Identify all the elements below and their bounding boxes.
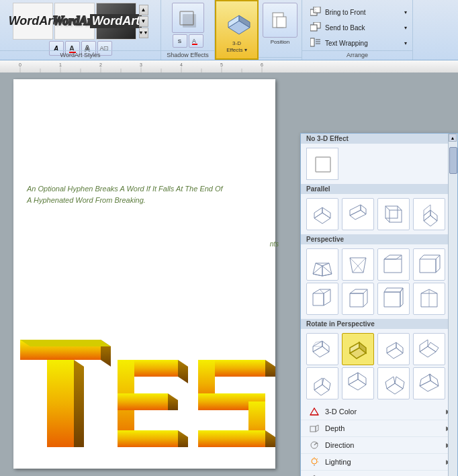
scroll-up-btn[interactable]: ▲ (139, 5, 148, 15)
text-wrapping-label: Text Wrapping (325, 40, 368, 47)
bring-to-front-icon (310, 7, 321, 18)
arrange-section: Bring to Front ▾ Send to Back ▾ (302, 0, 413, 60)
svg-marker-107 (384, 288, 403, 292)
parallel-item-2[interactable] (342, 198, 374, 230)
perspective-item-2[interactable] (342, 248, 374, 281)
svg-marker-101 (350, 293, 363, 307)
rotate-item-6[interactable] (342, 367, 374, 399)
3d-effects-section: 3-DEffects ▾ (215, 0, 259, 60)
svg-rect-4 (183, 14, 196, 28)
ribbon-spacer (413, 0, 458, 60)
parallel-item-1[interactable] (306, 198, 338, 230)
menu-item-direction[interactable]: Direction ▶ (301, 437, 457, 454)
wordart-item-1[interactable]: WordArt (13, 3, 53, 40)
svg-marker-142 (316, 425, 318, 432)
rotate-item-2-selected[interactable] (342, 333, 374, 365)
svg-marker-53 (178, 430, 188, 447)
depth-label: Depth (325, 424, 345, 432)
svg-marker-60 (265, 360, 275, 377)
perspective-item-8[interactable] (413, 283, 445, 315)
perspective-section-header: Perspective (301, 234, 457, 244)
perspective-item-5[interactable] (306, 283, 338, 315)
direction-label: Direction (325, 441, 354, 449)
perspective-item-1[interactable] (306, 248, 338, 281)
svg-line-110 (421, 289, 429, 293)
wordart-scroll: ▲ ▼ ▼▼ (139, 5, 148, 38)
svg-line-98 (313, 289, 320, 293)
bring-to-front-btn[interactable]: Bring to Front ▾ (308, 5, 410, 19)
svg-rect-11 (277, 17, 286, 28)
menu-item-surface[interactable]: Surface ▶ (301, 471, 457, 476)
surface-icon (308, 473, 321, 476)
svg-text:4: 4 (180, 62, 183, 67)
svg-marker-136 (420, 381, 439, 391)
svg-line-87 (353, 266, 358, 273)
send-to-back-btn[interactable]: Send to Back ▾ (308, 21, 410, 35)
svg-marker-93 (436, 255, 440, 273)
svg-marker-74 (424, 216, 437, 226)
svg-marker-75 (424, 210, 430, 221)
rotate-section-header: Rotate in Perspective (301, 319, 457, 329)
doc-text-overflow: nts (270, 240, 279, 248)
perspective-item-4[interactable] (413, 248, 445, 281)
svg-text:A: A (192, 38, 196, 44)
wordart-gallery: WordArt WordArt WordArt ▲ ▼ ▼▼ (13, 3, 148, 40)
position-label: Position (271, 39, 289, 45)
svg-text:5: 5 (220, 62, 223, 67)
svg-marker-113 (313, 346, 329, 357)
scroll-up-arrow[interactable]: ▲ (449, 134, 457, 142)
svg-marker-92 (420, 259, 436, 273)
svg-line-111 (429, 289, 437, 293)
svg-marker-122 (396, 342, 403, 353)
perspective-item-3[interactable] (377, 248, 410, 281)
text-wrapping-btn[interactable]: Text Wrapping ▾ (308, 36, 410, 50)
rotate-item-5[interactable] (306, 367, 338, 399)
rotate-item-8[interactable] (413, 367, 445, 399)
svg-marker-124 (420, 340, 428, 352)
3d-effects-label: 3-DEffects ▾ (226, 40, 247, 53)
svg-line-88 (358, 266, 363, 273)
3d-color-label: 3-D Color (325, 408, 357, 416)
doc-text-line1: An Optional Hyphen Breaks A Word If It F… (27, 183, 223, 195)
rotate-item-7[interactable] (377, 367, 410, 399)
text-wrapping-arrow: ▾ (404, 40, 407, 46)
send-to-back-icon (310, 22, 321, 34)
svg-marker-129 (349, 379, 366, 390)
svg-marker-137 (420, 374, 430, 386)
parallel-item-3[interactable] (377, 198, 410, 230)
perspective-item-7[interactable] (377, 283, 410, 315)
position-btn[interactable] (263, 3, 297, 38)
rotate-item-3[interactable] (377, 333, 410, 365)
shadow-effects-label: Shadow Effects (161, 50, 214, 58)
rotate-item-1[interactable] (306, 333, 338, 365)
dropdown-scrollbar[interactable]: ▲ ▼ (448, 134, 457, 476)
parallel-item-4[interactable] (413, 198, 445, 230)
svg-text:3: 3 (140, 62, 142, 67)
svg-marker-123 (420, 346, 436, 357)
menu-item-3d-color[interactable]: 3-D Color ▶ (301, 403, 457, 420)
svg-line-148 (317, 459, 318, 459)
no-3d-item[interactable] (306, 148, 338, 180)
svg-line-83 (322, 263, 329, 266)
svg-rect-14 (314, 7, 320, 13)
shadow-on-btn[interactable]: S (173, 34, 187, 48)
shadow-color-btn[interactable]: A (189, 34, 203, 48)
scroll-down-btn[interactable]: ▼ (139, 16, 148, 27)
ruler: 0 1 2 3 4 5 6 (0, 60, 458, 73)
wordart-item-3[interactable]: WordArt (96, 3, 136, 40)
svg-text:6: 6 (261, 62, 263, 67)
svg-marker-120 (387, 348, 403, 359)
svg-rect-22 (0, 60, 458, 73)
perspective-item-6[interactable] (342, 283, 374, 315)
scroll-expand-btn[interactable]: ▼▼ (139, 28, 148, 38)
wordart-item-2[interactable]: WordArt (54, 3, 95, 40)
svg-marker-139 (310, 408, 318, 415)
menu-item-lighting[interactable]: Lighting ▶ (301, 454, 457, 471)
svg-marker-52 (178, 360, 188, 383)
svg-rect-62 (316, 157, 330, 172)
rotate-item-4[interactable] (413, 333, 445, 365)
shadow-effects-btn[interactable] (172, 3, 204, 33)
scroll-thumb[interactable] (449, 147, 457, 174)
menu-item-depth[interactable]: Depth ▶ (301, 420, 457, 437)
position-section-label (259, 57, 302, 58)
